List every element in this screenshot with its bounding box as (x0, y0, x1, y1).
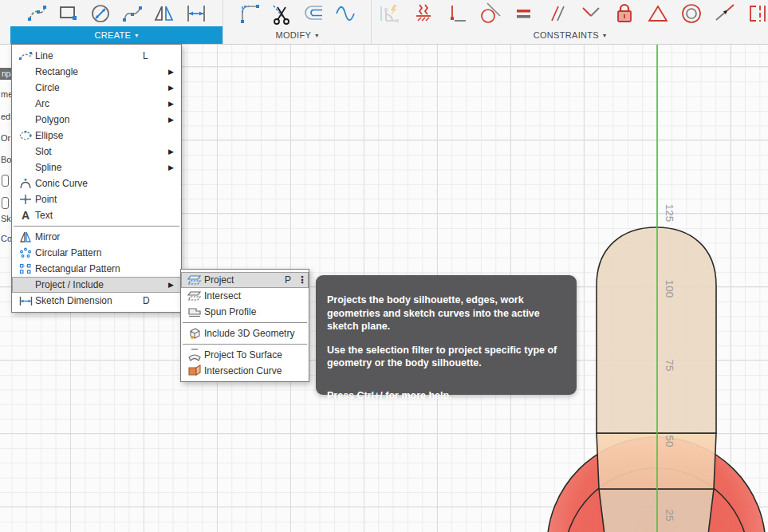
sketch-toolbar: CREATE ▾ MODIFY ▾ (0, 0, 768, 45)
menu-item-mirror[interactable]: Mirror (12, 229, 181, 245)
browser-node-icon (2, 197, 9, 209)
fillet-icon[interactable] (238, 2, 262, 26)
menu-item-rectangular-pattern[interactable]: Rectangular Pattern (12, 261, 181, 277)
equal-constraint-icon[interactable] (512, 2, 536, 26)
submenu-item-project[interactable]: Project P ⋮ (181, 272, 309, 288)
offset-icon[interactable] (301, 2, 325, 26)
sketch-circle-icon[interactable] (89, 2, 112, 26)
circular-pattern-icon (16, 246, 35, 260)
lock-constraint-icon[interactable] (612, 2, 636, 26)
parallel-constraint-icon[interactable] (545, 2, 569, 26)
concentric-constraint-icon[interactable] (679, 2, 703, 26)
browser-node-fragment: Bo (1, 155, 11, 164)
submenu-arrow-icon: ▶ (168, 84, 179, 92)
browser-selected-node-fragment: npa (0, 68, 11, 80)
submenu-arrow-icon: ▶ (168, 68, 179, 76)
submenu-arrow-icon: ▶ (168, 100, 179, 108)
sketch-spline-icon[interactable] (120, 2, 144, 26)
include-3d-geometry-icon (185, 326, 204, 341)
submenu-item-intersection-curve[interactable]: Intersection Curve (181, 363, 309, 379)
text-icon: A (16, 208, 35, 223)
fit-curve-icon[interactable] (333, 2, 357, 26)
menu-separator (14, 226, 179, 227)
menu-item-spline[interactable]: Spline ▶ (12, 160, 181, 175)
fix-constraint-icon[interactable] (412, 2, 435, 26)
axis-label-50: 50 (664, 435, 675, 447)
tab-create[interactable]: CREATE ▾ (10, 26, 223, 44)
tooltip-help-hint: Press Ctrl+/ for more help. (327, 389, 565, 403)
tooltip-paragraph: Projects the body silhouette, edges, wor… (327, 294, 565, 333)
submenu-item-include-3d-geometry[interactable]: Include 3D Geometry (181, 325, 309, 341)
axis-label-125: 125 (664, 204, 675, 223)
tab-modify[interactable]: MODIFY ▾ (223, 26, 371, 44)
menu-item-sketch-dimension[interactable]: Sketch Dimension D (12, 293, 181, 309)
modify-group: MODIFY ▾ (223, 0, 371, 44)
axis-label-100: 100 (664, 280, 675, 298)
horizontal-vertical-icon[interactable] (445, 2, 469, 26)
create-group-icons (10, 0, 223, 26)
constraints-group: CONSTRAINTS ▾ (371, 0, 768, 44)
conic-curve-icon (16, 176, 35, 191)
create-group: CREATE ▾ (0, 0, 223, 44)
tooltip-paragraph: Use the selection filter to project spec… (327, 344, 565, 370)
submenu-arrow-icon: ▶ (168, 116, 179, 124)
rectangular-pattern-icon (16, 262, 35, 276)
body-mid-profile[interactable] (597, 433, 716, 489)
menu-separator (183, 322, 307, 323)
sketch-dimension-icon[interactable] (184, 2, 208, 26)
project-options-icon[interactable]: ⋮ (297, 276, 307, 284)
submenu-arrow-icon: ▶ (168, 148, 179, 156)
dropdown-arrow-icon: ▾ (315, 32, 318, 39)
point-icon (16, 192, 35, 207)
sketch-line-icon[interactable] (25, 2, 49, 26)
trim-icon[interactable] (270, 2, 293, 26)
menu-item-conic-curve[interactable]: Conic Curve (12, 175, 181, 191)
menu-item-rectangle[interactable]: Rectangle ▶ (12, 64, 181, 80)
perpendicular-constraint-icon[interactable] (579, 2, 603, 26)
axis-label-75: 75 (664, 359, 675, 371)
axis-label-25: 25 (664, 509, 675, 521)
submenu-arrow-icon: ▶ (168, 164, 179, 171)
spun-profile-icon (185, 305, 204, 319)
submenu-item-intersect[interactable]: Intersect (181, 288, 309, 304)
submenu-item-project-to-surface[interactable]: Project To Surface (181, 347, 309, 363)
browser-node-fragment: ed V (1, 112, 11, 121)
tangent-constraint-icon[interactable] (479, 2, 502, 26)
auto-constrain-icon[interactable] (378, 2, 402, 26)
sketch-mirror-icon[interactable] (152, 2, 176, 26)
menu-item-polygon[interactable]: Polygon ▶ (12, 112, 181, 128)
menu-item-text[interactable]: A Text (12, 207, 181, 223)
line-icon (16, 49, 35, 63)
ellipse-icon (16, 128, 35, 143)
submenu-item-spun-profile[interactable]: Spun Profile (181, 304, 309, 320)
constraints-group-icons (372, 0, 768, 26)
menu-item-line[interactable]: Line L (12, 48, 181, 64)
mirror-icon (16, 230, 35, 244)
menu-item-project-include[interactable]: Project / Include ▶ (12, 277, 181, 293)
sketch-dimension-icon (16, 294, 35, 308)
browser-node-icon (2, 175, 9, 187)
browser-node-fragment: me (1, 89, 11, 99)
nose-cone-profile[interactable] (597, 227, 716, 433)
menu-item-point[interactable]: Point (12, 191, 181, 207)
curvature-constraint-icon[interactable] (713, 2, 737, 26)
menu-item-arc[interactable]: Arc ▶ (12, 96, 181, 112)
submenu-arrow-icon: ▶ (168, 281, 179, 289)
symmetry-constraint-icon[interactable] (746, 2, 768, 26)
intersection-curve-icon (185, 364, 204, 378)
menu-item-ellipse[interactable]: Ellipse (12, 128, 181, 144)
fusion360-sketch-window: { "glyphs": { "dropdown_arrow": "▾", "su… (0, 0, 768, 532)
menu-item-circle[interactable]: Circle ▶ (12, 80, 181, 96)
sketch-rectangle-icon[interactable] (57, 2, 81, 26)
browser-node-fragment: Or (1, 133, 11, 143)
dropdown-arrow-icon: ▾ (135, 32, 138, 39)
menu-separator (183, 344, 307, 345)
body-bottom-profile[interactable] (599, 489, 714, 532)
tab-constraints[interactable]: CONSTRAINTS ▾ (372, 26, 768, 44)
project-tooltip: Projects the body silhouette, edges, wor… (316, 275, 577, 395)
triangle-constraint-icon[interactable] (646, 2, 670, 26)
browser-node-fragment: Sk (1, 214, 11, 223)
menu-item-slot[interactable]: Slot ▶ (12, 144, 181, 160)
modify-group-icons (223, 0, 371, 26)
menu-item-circular-pattern[interactable]: Circular Pattern (12, 245, 181, 261)
